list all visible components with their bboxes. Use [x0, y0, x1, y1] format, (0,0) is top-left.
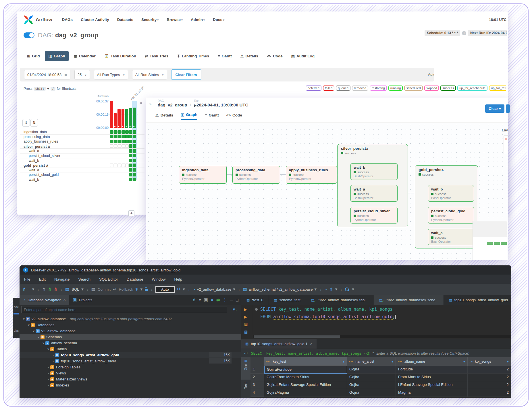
connection-select[interactable]: v2_airflow_database	[193, 287, 235, 292]
cell-name_artist[interactable]: Gojira	[347, 381, 396, 389]
task-instance-success[interactable]	[129, 168, 132, 172]
expand-filter-icon[interactable]	[369, 351, 376, 355]
task-instance-success[interactable]	[114, 140, 117, 143]
tab-task-tries[interactable]: Task Tries	[141, 51, 172, 61]
maximize-icon[interactable]	[236, 298, 238, 302]
tab-graph[interactable]: Graph	[45, 51, 69, 61]
abort-connection-icon[interactable]	[54, 287, 58, 292]
tree-row-Indexes[interactable]: ›▰Indexes	[20, 382, 241, 388]
task-instance-success[interactable]	[129, 140, 132, 143]
task-instance-empty[interactable]	[125, 144, 129, 148]
chevron-closed-icon[interactable]: ›	[51, 353, 55, 357]
tab-landing-times[interactable]: Landing Times	[174, 51, 213, 61]
task-instance-success[interactable]	[133, 140, 136, 143]
dashboard-icon[interactable]	[324, 287, 327, 292]
commit-icon[interactable]	[91, 287, 95, 292]
object-filter-input[interactable]: Enter a part of object name here	[21, 306, 227, 313]
menu-file[interactable]: File	[24, 277, 30, 281]
disconnect-icon[interactable]	[42, 287, 46, 292]
duration-bar[interactable]: ▶	[125, 109, 128, 128]
task-instance-success[interactable]	[114, 135, 117, 138]
chevron-closed-icon[interactable]: ›	[46, 372, 50, 375]
run-types-select[interactable]: All Run Types∨	[94, 70, 128, 79]
results-grid[interactable]: ABCkey_test▼ABCname_artist▼ABCalbum_name…	[250, 357, 511, 398]
expand-all-button[interactable]: ⇕	[22, 119, 30, 127]
execute-new-tab-icon[interactable]	[244, 315, 248, 319]
task-row-wait_b[interactable]: wait_b	[20, 177, 144, 182]
tab-gantt[interactable]: Gantt	[214, 51, 235, 61]
tree-row-Databases[interactable]: ∨≣Databases	[20, 322, 241, 328]
chevron-open-icon[interactable]: ∨	[32, 329, 36, 333]
dag-pause-toggle[interactable]	[24, 32, 34, 38]
task-row-ingestion_data[interactable]: ingestion_data	[20, 130, 144, 135]
task-node-gold-wait_a[interactable]: wait_a success BashOperator	[428, 229, 474, 245]
results-filter-bar[interactable]: ‹›T SELECT key_test, name_artist, album_…	[241, 349, 511, 358]
tree-row-top10_songs_artist_airflow_silver[interactable]: ›▦top10_songs_artist_airflow_silver16K	[20, 358, 241, 364]
column-header-key_test[interactable]: ABCkey_test▼	[264, 357, 347, 366]
horizontal-scrollbar[interactable]	[253, 335, 511, 338]
minimize-icon[interactable]	[230, 298, 233, 302]
mark-state-button-clipped[interactable]	[506, 104, 510, 113]
filter-arrow-icon[interactable]: ▼	[391, 360, 394, 363]
tree-row-v2_airflow_database[interactable]: ∨≣v2_airflow_database	[20, 328, 241, 334]
task-instance-empty[interactable]	[114, 164, 117, 167]
task-node-silver-wait_b[interactable]: wait_b success BashOperator	[350, 163, 398, 180]
task-instance-success[interactable]	[125, 135, 129, 138]
run-tab-graph[interactable]: Graph	[181, 112, 197, 120]
cell-key_test[interactable]: GojiraMagma	[264, 389, 347, 397]
legend-removed[interactable]: removed	[352, 86, 368, 91]
reconnect-icon[interactable]	[48, 287, 52, 292]
commit-label[interactable]: Commit	[98, 287, 111, 292]
legend-up_for_retry[interactable]: up_for_retry	[489, 86, 506, 91]
clear-filters-button[interactable]: Clear Filters	[171, 69, 201, 80]
sql-editor-icon[interactable]	[65, 287, 69, 292]
chevron-closed-icon[interactable]: ›	[46, 366, 50, 369]
task-row-persist_cloud_gold[interactable]: persist_cloud_gold	[20, 172, 144, 177]
task-node-persist_cloud_gold[interactable]: persist_cloud_gold success PythonOperato…	[428, 207, 474, 224]
cell-name_artist[interactable]: Gojira	[347, 366, 396, 374]
filter-placeholder[interactable]: Enter a SQL expression to filter results…	[376, 351, 469, 355]
task-instance-success[interactable]	[133, 159, 136, 162]
date-filter-input[interactable]: 01/04/2024 18:00:58	[24, 70, 70, 79]
nav-item-dags[interactable]: DAGs	[62, 18, 73, 22]
task-instance-success[interactable]	[110, 130, 113, 134]
task-instance-success[interactable]	[129, 135, 132, 138]
nav-item-cluster-activity[interactable]: Cluster Activity	[81, 18, 109, 22]
menu-navigate[interactable]: Navigate	[54, 277, 70, 281]
task-instance-success[interactable]	[110, 140, 113, 143]
menu-search[interactable]: Search	[78, 277, 90, 281]
legend-failed[interactable]: failed	[323, 86, 334, 91]
task-instance-success[interactable]	[117, 140, 121, 143]
collapse-group-icon[interactable]: ∧	[366, 147, 368, 150]
sync-icon[interactable]	[216, 297, 220, 302]
tree-row-Materialized-Views[interactable]: ›◉Materialized Views	[20, 376, 241, 382]
task-group-gold_persist[interactable]: gold_persist∧ success wait_b success Bas…	[415, 165, 478, 248]
task-instance-success[interactable]	[129, 130, 132, 134]
filter-funnel-icon[interactable]: ▼	[232, 307, 238, 312]
task-instance-empty[interactable]	[114, 144, 117, 148]
tab-details[interactable]: Details	[237, 51, 262, 61]
task-instance-success[interactable]	[133, 130, 136, 134]
task-instance-success[interactable]	[129, 149, 132, 153]
new-connection-icon[interactable]	[22, 287, 26, 292]
chevron-closed-icon[interactable]: ›	[46, 378, 50, 381]
task-row-processing_data[interactable]: processing_data	[20, 135, 144, 139]
lock-icon[interactable]	[145, 289, 148, 291]
editor-tab[interactable]: *<v2_airflow_database> tabl...	[306, 295, 374, 305]
editor-tab[interactable]: top10_songs_artist_airflow_gold	[444, 295, 511, 305]
info-icon[interactable]: i	[462, 31, 466, 35]
task-instance-success[interactable]	[133, 135, 136, 138]
task-group-silver_persist[interactable]: silver_persist∧ success wait_b success B…	[337, 144, 408, 227]
tab-grid[interactable]: Grid	[24, 51, 43, 61]
menu-window[interactable]: Window	[152, 277, 165, 281]
tab-text-view[interactable]: Text	[241, 381, 250, 397]
task-node-gold-wait_b[interactable]: wait_b success BashOperator	[428, 185, 474, 202]
cell-kpi_songs[interactable]: 2	[468, 381, 511, 389]
result-row[interactable]: 1GojiraFortitudeGojiraFortitude2	[250, 366, 511, 374]
task-instance-empty[interactable]	[110, 164, 113, 167]
cell-kpi_songs[interactable]: 2	[468, 366, 511, 374]
task-instance-success[interactable]	[129, 159, 132, 162]
menu-edit[interactable]: Edit	[39, 277, 46, 281]
tab-grid-view[interactable]: Grid	[241, 357, 250, 380]
page-size-select[interactable]: 25∨	[74, 70, 90, 79]
